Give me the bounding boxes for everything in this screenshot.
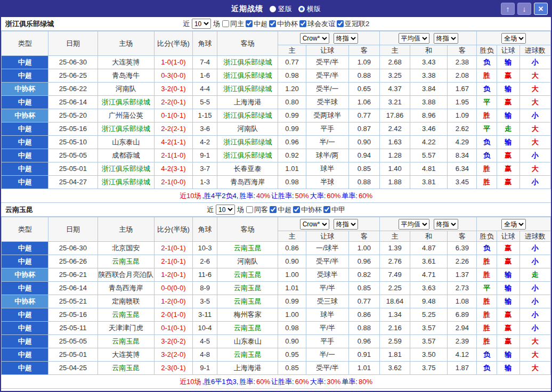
home-team[interactable]: 云南玉昆 xyxy=(98,335,154,348)
euro-index-select[interactable]: 终指 xyxy=(434,219,458,230)
filter-checkbox-2[interactable]: 中超 xyxy=(270,205,291,215)
filter-checkbox-3[interactable]: 中协杯 xyxy=(269,19,298,29)
away-team[interactable]: 浙江俱乐部绿城 xyxy=(217,136,278,149)
home-team[interactable]: 浙江俱乐部绿城 xyxy=(98,123,154,136)
home-team[interactable]: 天津津门虎 xyxy=(98,322,154,335)
home-team[interactable]: 浙江俱乐部绿城 xyxy=(98,162,154,176)
home-team[interactable]: 成都蓉城 xyxy=(98,149,154,162)
euro-company-select[interactable]: 平均值 xyxy=(399,219,429,230)
filter-checkbox-2[interactable]: 中超 xyxy=(246,19,267,29)
score[interactable]: 2-1(0-1) xyxy=(154,255,192,268)
away-team[interactable]: 青岛西海岸 xyxy=(217,176,278,189)
score[interactable]: 2-2(0-1) xyxy=(154,96,192,109)
filter-checkbox-input[interactable] xyxy=(269,20,276,27)
away-team[interactable]: 山东泰山 xyxy=(217,335,278,348)
filter-checkbox-input[interactable] xyxy=(270,206,277,213)
score[interactable]: 2-1(0-0) xyxy=(154,176,192,189)
home-team[interactable]: 定南赣联 xyxy=(98,295,154,308)
score[interactable]: 0-1(0-1) xyxy=(154,109,192,123)
away-team[interactable]: 云南玉昆 xyxy=(217,322,278,335)
filter-checkbox-input[interactable] xyxy=(222,20,229,27)
home-team[interactable]: 青岛海牛 xyxy=(98,69,154,83)
home-team[interactable]: 陕西联合月亮泊队 xyxy=(98,268,154,282)
away-team[interactable]: 云南玉昆 xyxy=(217,295,278,308)
move-down-button[interactable]: ↓ xyxy=(517,3,531,15)
score[interactable]: 0-0(0-0) xyxy=(154,282,192,295)
euro-company-select[interactable]: 平均值 xyxy=(399,33,429,44)
score[interactable]: 1-2(0-1) xyxy=(154,268,192,282)
filter-checkbox-input[interactable] xyxy=(323,206,330,213)
score[interactable]: 2-3(0-1) xyxy=(154,362,192,375)
filter-checkbox-input[interactable] xyxy=(293,206,300,213)
home-team[interactable]: 广州蒲公英 xyxy=(98,109,154,123)
scope-select[interactable]: 全场 xyxy=(501,219,526,230)
score[interactable]: 3-2(2-0) xyxy=(154,348,192,362)
euro-index-select[interactable]: 终指 xyxy=(434,33,458,44)
subcol-header-euro-draw: 和 xyxy=(410,45,448,56)
filter-bar: 近 10 场 同主中超中协杯球会友谊亚冠联2 xyxy=(183,19,369,29)
match-count-select[interactable]: 10 xyxy=(192,19,211,29)
score[interactable]: 0-1(0-1) xyxy=(154,322,192,335)
home-team[interactable]: 大连英博 xyxy=(98,56,154,69)
home-team[interactable]: 云南玉昆 xyxy=(98,308,154,322)
away-team[interactable]: 上海海港 xyxy=(217,362,278,375)
asia-company-select[interactable]: Crow* xyxy=(300,219,329,230)
asia-company-select[interactable]: Crow* xyxy=(300,33,329,44)
layout-radio-1[interactable]: 竖版 xyxy=(270,4,292,14)
filter-checkbox-5[interactable]: 亚冠联2 xyxy=(337,19,369,29)
home-team[interactable]: 北京国安 xyxy=(98,242,154,255)
home-team[interactable]: 山东泰山 xyxy=(98,136,154,149)
home-team[interactable]: 云南玉昆 xyxy=(98,362,154,375)
filter-checkbox-input[interactable] xyxy=(246,206,253,213)
away-team[interactable]: 云南玉昆 xyxy=(217,242,278,255)
filter-checkbox-input[interactable] xyxy=(337,20,344,27)
match-date: 25-06-21 xyxy=(48,268,98,282)
home-team[interactable]: 云南玉昆 xyxy=(98,255,154,268)
home-team[interactable]: 浙江俱乐部绿城 xyxy=(98,176,154,189)
layout-radio-2[interactable]: 横版 xyxy=(298,4,321,14)
away-team[interactable]: 云南玉昆 xyxy=(217,282,278,295)
matches-body: 中超25-06-30北京国安2-1(0-1)10-3云南玉昆0.86一/球半1.… xyxy=(2,242,551,375)
away-team[interactable]: 云南玉昆 xyxy=(217,268,278,282)
move-up-button[interactable]: ↑ xyxy=(501,3,515,15)
away-team[interactable]: 浙江俱乐部绿城 xyxy=(217,83,278,96)
home-team[interactable]: 青岛西海岸 xyxy=(98,282,154,295)
close-button[interactable]: × xyxy=(534,3,548,15)
away-team[interactable]: 河南队 xyxy=(217,255,278,268)
score[interactable]: 4-2(3-1) xyxy=(154,162,192,176)
score[interactable]: 1-2(0-0) xyxy=(154,295,192,308)
match-count-select[interactable]: 10 xyxy=(216,205,235,215)
home-team[interactable]: 浙江俱乐部绿城 xyxy=(98,96,154,109)
away-team[interactable]: 浙江俱乐部绿城 xyxy=(217,56,278,69)
score[interactable]: 2-1(0-1) xyxy=(154,242,192,255)
score[interactable]: 3-2(0-2) xyxy=(154,335,192,348)
away-team[interactable]: 云南玉昆 xyxy=(217,348,278,362)
euro-away-odds: 6.39 xyxy=(448,242,477,255)
home-team[interactable]: 大连英博 xyxy=(98,348,154,362)
away-team[interactable]: 浙江俱乐部绿城 xyxy=(217,109,278,123)
score[interactable]: 2-0(1-0) xyxy=(154,308,192,322)
filter-checkbox-4[interactable]: 中甲 xyxy=(323,205,345,215)
filter-checkbox-1[interactable]: 同客 xyxy=(246,205,268,215)
score[interactable]: 4-2(1-1) xyxy=(154,136,192,149)
filter-checkbox-4[interactable]: 球会友谊 xyxy=(299,19,335,29)
home-team[interactable]: 河南队 xyxy=(98,83,154,96)
away-team[interactable]: 长春亚泰 xyxy=(217,162,278,176)
scope-select[interactable]: 全场 xyxy=(501,33,526,44)
score[interactable]: 1-0(1-0) xyxy=(154,56,192,69)
away-team[interactable]: 浙江俱乐部绿城 xyxy=(217,69,278,83)
score[interactable]: 2-2(2-1) xyxy=(154,123,192,136)
asia-index-select[interactable]: 终指 xyxy=(334,219,358,230)
filter-checkbox-input[interactable] xyxy=(299,20,306,27)
away-team[interactable]: 上海海港 xyxy=(217,96,278,109)
score[interactable]: 2-1(1-0) xyxy=(154,149,192,162)
away-team[interactable]: 河南队 xyxy=(217,123,278,136)
filter-checkbox-1[interactable]: 同主 xyxy=(222,19,244,29)
asia-index-select[interactable]: 终指 xyxy=(334,33,358,44)
score[interactable]: 3-2(0-1) xyxy=(154,83,192,96)
filter-checkbox-3[interactable]: 中协杯 xyxy=(293,205,322,215)
filter-checkbox-input[interactable] xyxy=(246,20,253,27)
away-team[interactable]: 浙江俱乐部绿城 xyxy=(217,149,278,162)
away-team[interactable]: 梅州客家 xyxy=(217,308,278,322)
score[interactable]: 0-3(0-0) xyxy=(154,69,192,83)
